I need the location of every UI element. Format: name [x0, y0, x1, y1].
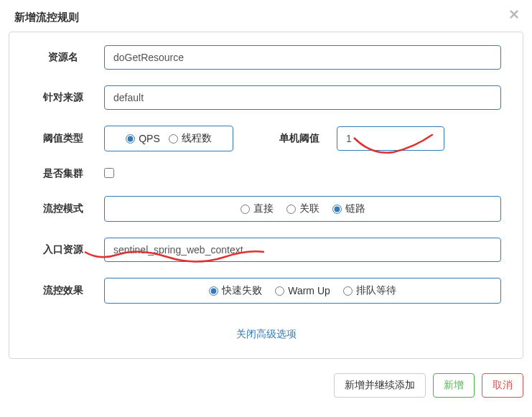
advanced-toggle: 关闭高级选项 [31, 319, 501, 345]
threshold-type-group: QPS 线程数 [104, 126, 233, 151]
close-advanced-link[interactable]: 关闭高级选项 [236, 328, 297, 339]
label-cluster: 是否集群 [31, 167, 95, 180]
input-resource-name[interactable] [104, 45, 501, 70]
row-threshold-type: 阈值类型 QPS 线程数 单机阈值 [31, 126, 501, 151]
row-source: 针对来源 [31, 85, 501, 110]
radio-direct[interactable] [241, 205, 250, 214]
radio-direct-label[interactable]: 直接 [241, 202, 274, 215]
radio-qps-label[interactable]: QPS [126, 133, 160, 144]
input-source[interactable] [104, 85, 501, 110]
radio-direct-text: 直接 [253, 202, 274, 215]
radio-warmup-text: Warm Up [288, 285, 330, 296]
radio-relate[interactable] [286, 205, 296, 214]
label-resource-name: 资源名 [31, 51, 95, 64]
radio-queue-label[interactable]: 排队等待 [343, 284, 396, 297]
checkbox-cluster[interactable] [104, 168, 114, 178]
row-entry: 入口资源 [31, 238, 501, 262]
radio-threads-label[interactable]: 线程数 [169, 132, 212, 145]
mode-group: 直接 关联 链路 [104, 196, 501, 222]
row-effect: 流控效果 快速失败 Warm Up 排队等待 [31, 278, 501, 304]
input-entry[interactable] [104, 238, 501, 262]
row-cluster: 是否集群 [31, 167, 501, 180]
radio-chain-label[interactable]: 链路 [332, 202, 365, 215]
radio-queue[interactable] [343, 286, 353, 296]
input-threshold[interactable] [337, 126, 444, 151]
modal-header: 新增流控规则 × [0, 0, 532, 32]
radio-chain-text: 链路 [345, 202, 365, 215]
radio-fastfail-label[interactable]: 快速失败 [209, 284, 262, 297]
label-effect: 流控效果 [31, 284, 95, 297]
label-threshold-type: 阈值类型 [31, 132, 95, 145]
label-entry: 入口资源 [31, 243, 95, 256]
radio-qps[interactable] [126, 134, 135, 144]
effect-group: 快速失败 Warm Up 排队等待 [104, 278, 501, 304]
row-resource-name: 资源名 [31, 45, 501, 70]
radio-warmup-label[interactable]: Warm Up [275, 285, 330, 296]
add-button[interactable]: 新增 [433, 373, 475, 398]
radio-fastfail-text: 快速失败 [222, 284, 262, 297]
add-continue-button[interactable]: 新增并继续添加 [334, 373, 426, 398]
radio-warmup[interactable] [275, 286, 284, 296]
radio-threads-text: 线程数 [182, 132, 212, 145]
radio-relate-label[interactable]: 关联 [286, 202, 319, 215]
radio-chain[interactable] [332, 205, 342, 214]
radio-fastfail[interactable] [209, 286, 218, 296]
label-source: 针对来源 [31, 91, 95, 104]
close-icon[interactable]: × [509, 6, 519, 23]
radio-threads[interactable] [169, 134, 178, 144]
row-mode: 流控模式 直接 关联 链路 [31, 196, 501, 222]
radio-queue-text: 排队等待 [356, 284, 396, 297]
modal-title: 新增流控规则 [14, 11, 518, 24]
modal-body: 资源名 针对来源 阈值类型 QPS 线程数 单机阈值 [9, 32, 523, 359]
label-mode: 流控模式 [31, 202, 95, 215]
modal-footer: 新增并继续添加 新增 取消 [0, 359, 532, 406]
radio-relate-text: 关联 [299, 202, 319, 215]
label-threshold: 单机阈值 [279, 132, 319, 145]
radio-qps-text: QPS [139, 133, 160, 144]
cancel-button[interactable]: 取消 [482, 373, 523, 398]
